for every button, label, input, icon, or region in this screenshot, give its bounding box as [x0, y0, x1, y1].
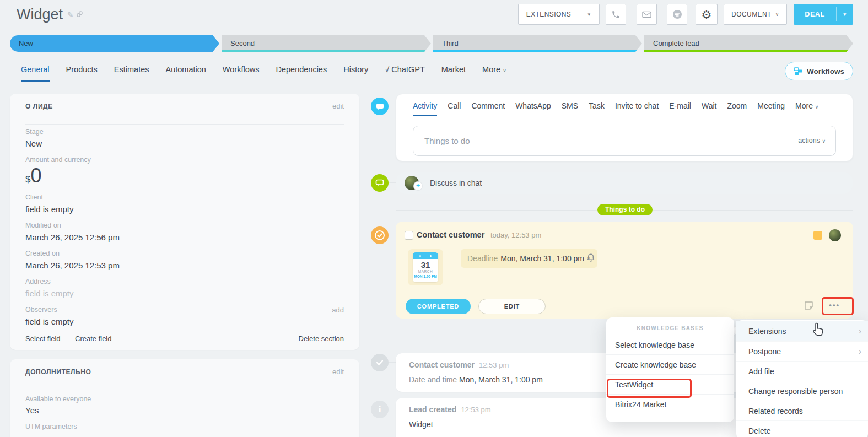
about-lead-card: О ЛИДЕ edit Stage New Amount and currenc…	[10, 94, 359, 350]
tab-more-label: More	[482, 65, 500, 74]
menu-item-change-responsible-person[interactable]: Change responsible person	[736, 381, 868, 401]
deadline-label: Deadline	[467, 254, 498, 263]
todo-placeholder: Things to do	[424, 126, 470, 155]
document-button[interactable]: DOCUMENT ∨	[724, 4, 787, 25]
stage-label: New	[19, 39, 33, 47]
main-tab-bar: General Products Estimates Automation Wo…	[21, 62, 506, 82]
deal-button[interactable]: DEAL ▾	[794, 4, 853, 25]
field-label-created: Created on	[25, 250, 60, 257]
chat-marker-icon	[371, 174, 389, 192]
task-context-menu: Extensions› Postpone› Add file Change re…	[736, 320, 868, 437]
stage-second[interactable]: Second	[222, 35, 431, 52]
chevron-down-icon[interactable]: ▾	[579, 12, 599, 17]
chevron-down-icon[interactable]: ▾	[837, 12, 853, 17]
deadline-chip[interactable]: Deadline Mon, March 31, 1:00 pm ∨	[461, 249, 597, 268]
stage-color-strip	[644, 50, 853, 52]
more-actions-button[interactable]: •••	[829, 301, 840, 309]
menu-item-postpone[interactable]: Postpone›	[736, 341, 868, 361]
done-marker-icon	[371, 354, 389, 371]
tab-dependencies[interactable]: Dependencies	[276, 65, 327, 82]
tab-general[interactable]: General	[21, 65, 50, 82]
completed-button[interactable]: COMPLETED	[406, 299, 471, 314]
tab-wait[interactable]: Wait	[702, 101, 716, 116]
tab-workflows[interactable]: Workflows	[223, 65, 260, 82]
call-button[interactable]	[606, 4, 626, 25]
stage-complete-lead[interactable]: Complete lead	[644, 35, 853, 52]
field-value-client[interactable]: field is empty	[25, 204, 74, 214]
tab-chatgpt[interactable]: √ ChatGPT	[385, 65, 424, 82]
stage-third[interactable]: Third	[433, 35, 642, 52]
tab-history[interactable]: History	[343, 65, 368, 82]
tab-estimates[interactable]: Estimates	[114, 65, 149, 82]
task-checkbox[interactable]	[405, 231, 413, 240]
menu-item-delete[interactable]: Delete	[736, 420, 868, 437]
email-button[interactable]	[637, 4, 657, 25]
knowledge-bases-header: KNOWLEDGE BASES	[606, 317, 734, 335]
field-value-observers[interactable]: field is empty	[25, 317, 74, 326]
tab-activity[interactable]: Activity	[413, 101, 437, 116]
amount-value: 0	[30, 164, 41, 187]
todo-input[interactable]: Things to do actions ∨	[413, 126, 836, 156]
tab-meeting[interactable]: Meeting	[757, 101, 785, 116]
tab-whatsapp[interactable]: WhatsApp	[515, 101, 551, 116]
tab-more[interactable]: More ∨	[795, 101, 818, 116]
history-time: 12:53 pm	[461, 406, 490, 414]
create-field-link[interactable]: Create field	[75, 335, 111, 343]
tab-invite-to-chat[interactable]: Invite to chat	[615, 101, 659, 116]
tab-market[interactable]: Market	[441, 65, 466, 82]
menu-item-bitrix24-market[interactable]: Bitrix24 Market	[606, 394, 734, 414]
activity-tab-bar: Activity Call Comment WhatsApp SMS Task …	[413, 101, 818, 116]
tab-sms[interactable]: SMS	[562, 101, 578, 116]
tab-email[interactable]: E-mail	[669, 101, 691, 116]
history-title-text: Lead created	[409, 405, 456, 414]
tab-chatgpt-label: ChatGPT	[391, 65, 424, 74]
task-title[interactable]: Contact customer	[417, 230, 484, 239]
calendar-sub: MON 1:00 PM	[413, 274, 438, 278]
actions-label: actions	[798, 137, 820, 144]
tab-automation[interactable]: Automation	[166, 65, 206, 82]
phone-icon	[611, 10, 621, 19]
history-title-text: Contact customer	[409, 360, 475, 369]
history-title: Contact customer12:53 pm	[409, 360, 509, 369]
tab-zoom[interactable]: Zoom	[727, 101, 747, 116]
tab-comment[interactable]: Comment	[471, 101, 505, 116]
field-label-address: Address	[25, 278, 51, 285]
add-observer-link[interactable]: add	[332, 306, 344, 314]
edit-section-link[interactable]: edit	[332, 102, 344, 110]
note-icon[interactable]	[804, 301, 813, 312]
delete-section-link[interactable]: Delete section	[299, 335, 344, 343]
select-field-link[interactable]: Select field	[25, 335, 61, 343]
stage-label: Complete lead	[653, 39, 699, 47]
menu-item-extensions[interactable]: Extensions›	[736, 321, 868, 341]
discuss-in-chat-row[interactable]: + Discuss in chat	[396, 172, 853, 194]
menu-item-select-knowledge-base[interactable]: Select knowledge base	[606, 335, 734, 354]
tab-call[interactable]: Call	[448, 101, 461, 116]
submenu-arrow-icon: ›	[859, 321, 861, 341]
field-value-amount[interactable]: $0	[25, 164, 42, 187]
actions-dropdown[interactable]: actions ∨	[798, 126, 826, 156]
workflows-pill-button[interactable]: Workflows	[785, 62, 853, 80]
edit-button[interactable]: EDIT	[478, 299, 546, 314]
field-value-created: March 26, 2025 12:53 pm	[25, 261, 120, 270]
field-value-address[interactable]: field is empty	[25, 289, 74, 298]
link-icon[interactable]	[76, 10, 83, 19]
timeline-connector	[389, 106, 396, 106]
field-label-observers: Observers	[25, 306, 57, 314]
edit-title-icon[interactable]: ✎	[67, 10, 74, 19]
tab-products[interactable]: Products	[66, 65, 98, 82]
menu-item-add-file[interactable]: Add file	[736, 361, 868, 381]
tab-more[interactable]: More ∨	[482, 65, 506, 82]
timeline-connector	[389, 409, 396, 409]
settings-button[interactable]: ⚙	[696, 4, 718, 25]
bell-icon[interactable]	[586, 253, 595, 265]
edit-section-link[interactable]: edit	[332, 368, 344, 376]
menu-item-create-knowledge-base[interactable]: Create knowledge base	[606, 354, 734, 374]
messenger-button[interactable]	[667, 4, 687, 25]
extensions-button[interactable]: EXTENSIONS ▾	[518, 4, 600, 25]
stage-new[interactable]: New	[10, 35, 219, 52]
tab-task[interactable]: Task	[589, 101, 605, 116]
menu-item-related-records[interactable]: Related records	[736, 401, 868, 420]
menu-item-testwidget[interactable]: TestWidget	[606, 374, 734, 394]
timeline-connector	[389, 182, 396, 183]
field-value-stage[interactable]: New	[25, 139, 42, 148]
